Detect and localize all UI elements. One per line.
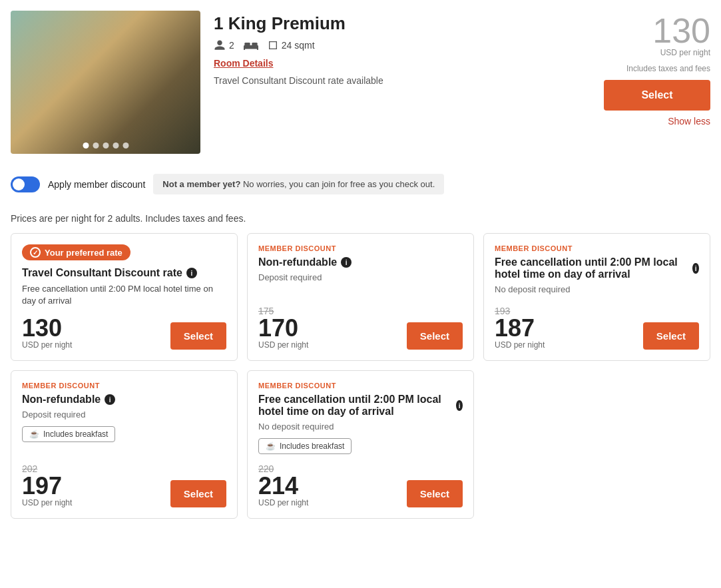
rate-title-2: Free cancellation until 2:00 PM local ho… <box>495 256 699 280</box>
notice-bold: Not a member yet? <box>162 179 240 189</box>
room-size: 24 sqmt <box>282 40 315 51</box>
preferred-label: Your preferred rate <box>45 248 122 258</box>
rate-card-0: ✓ Your preferred rate Travel Consultant … <box>11 233 238 361</box>
bed-amenity <box>244 41 258 50</box>
price-row-4: 220 214 USD per night Select <box>258 458 463 507</box>
price-row-2: 193 187 USD per night Select <box>495 300 699 350</box>
rate-card-3: MEMBER DISCOUNT Non-refundable i Deposit… <box>11 370 238 519</box>
dot-2[interactable] <box>93 143 99 148</box>
rate-title-1: Non-refundable i <box>258 256 463 268</box>
price-info-4: 220 214 USD per night <box>258 463 308 507</box>
member-discount-label-3: MEMBER DISCOUNT <box>22 382 226 390</box>
room-price-sidebar: 130 USD per night Includes taxes and fee… <box>604 11 710 154</box>
select-button-2[interactable]: Select <box>643 322 699 350</box>
select-button-1[interactable]: Select <box>407 322 463 350</box>
select-button-3[interactable]: Select <box>170 480 226 507</box>
breakfast-label-4: Includes breakfast <box>280 441 344 451</box>
price-row-3: 202 197 USD per night Select <box>22 458 226 507</box>
member-discount-label-4: MEMBER DISCOUNT <box>258 382 463 390</box>
deposit-3: Deposit required <box>22 410 226 420</box>
rate-card-1: MEMBER DISCOUNT Non-refundable i Deposit… <box>247 233 474 361</box>
svg-rect-1 <box>244 43 250 47</box>
breakfast-label-3: Includes breakfast <box>43 430 108 439</box>
breakfast-badge-3: ☕ Includes breakfast <box>22 426 115 442</box>
info-icon-2[interactable]: i <box>692 263 699 274</box>
current-price-2: 187 <box>495 316 545 340</box>
check-icon: ✓ <box>30 247 41 258</box>
dot-1[interactable] <box>83 143 89 148</box>
member-discount-label-2: MEMBER DISCOUNT <box>495 244 699 252</box>
room-image <box>11 11 200 154</box>
select-button-0[interactable]: Select <box>170 322 226 350</box>
cancellation-0: Free cancellation until 2:00 PM local ho… <box>22 283 226 307</box>
room-details-link[interactable]: Room Details <box>214 58 273 69</box>
guests-amenity: 2 <box>214 39 234 51</box>
size-amenity: 24 sqmt <box>268 40 315 51</box>
deposit-4: No deposit required <box>258 422 463 432</box>
info-icon-3[interactable]: i <box>105 394 115 405</box>
rate-grid-row1: ✓ Your preferred rate Travel Consultant … <box>11 233 710 361</box>
room-amenities: 2 24 sqmt <box>214 39 591 51</box>
room-header: 1 King Premium 2 24 sqmt Room Details Tr… <box>11 11 710 154</box>
price-row-0: 130 USD per night Select <box>22 311 226 350</box>
bed-icon <box>244 41 258 50</box>
image-dots <box>83 143 128 148</box>
coffee-icon-3: ☕ <box>29 430 39 439</box>
dot-3[interactable] <box>103 143 109 148</box>
breakfast-badge-4: ☕ Includes breakfast <box>258 438 352 454</box>
room-image-container <box>11 11 200 154</box>
per-night-3: USD per night <box>22 498 72 507</box>
rate-title-0: Travel Consultant Discount rate i <box>22 267 226 279</box>
per-night-2: USD per night <box>495 340 545 350</box>
current-price-0: 130 <box>22 316 72 340</box>
price-row-1: 175 170 USD per night Select <box>258 300 463 350</box>
current-price-3: 197 <box>22 474 72 498</box>
discount-text: Travel Consultant Discount rate availabl… <box>214 75 591 86</box>
rate-card-4: MEMBER DISCOUNT Free cancellation until … <box>247 370 474 519</box>
guests-count: 2 <box>229 40 234 51</box>
svg-rect-4 <box>257 48 258 50</box>
current-price-4: 214 <box>258 474 308 498</box>
coffee-icon-4: ☕ <box>266 441 276 451</box>
per-night-0: USD per night <box>22 340 72 350</box>
dot-4[interactable] <box>113 143 119 148</box>
room-info: 1 King Premium 2 24 sqmt Room Details Tr… <box>214 11 591 154</box>
toggle-label: Apply member discount <box>48 179 145 190</box>
select-button-4[interactable]: Select <box>407 480 463 507</box>
toggle-slider[interactable] <box>11 176 40 192</box>
member-discount-toggle[interactable] <box>11 176 40 192</box>
price-info-0: 130 USD per night <box>22 316 72 350</box>
svg-rect-3 <box>244 48 245 50</box>
rate-grid-row2: MEMBER DISCOUNT Non-refundable i Deposit… <box>11 370 710 519</box>
current-price-1: 170 <box>258 316 308 340</box>
notice-text: No worries, you can join for free as you… <box>240 179 435 189</box>
price-info-2: 193 187 USD per night <box>495 306 545 350</box>
rate-title-4: Free cancellation until 2:00 PM local ho… <box>258 394 463 418</box>
svg-rect-2 <box>252 43 257 47</box>
person-icon <box>214 39 226 51</box>
deposit-1: Deposit required <box>258 272 463 282</box>
header-price: 130 <box>604 13 710 48</box>
member-discount-label-1: MEMBER DISCOUNT <box>258 244 463 252</box>
preferred-badge: ✓ Your preferred rate <box>22 244 130 260</box>
price-info-1: 175 170 USD per night <box>258 306 308 350</box>
per-night-1: USD per night <box>258 340 308 350</box>
info-icon-1[interactable]: i <box>341 257 352 268</box>
includes-taxes-header: Includes taxes and fees <box>604 64 710 73</box>
rate-card-2: MEMBER DISCOUNT Free cancellation until … <box>483 233 710 361</box>
size-icon <box>268 40 278 51</box>
toggle-row: Apply member discount Not a member yet? … <box>11 167 710 201</box>
per-night-4: USD per night <box>258 498 308 507</box>
pricing-note: Prices are per night for 2 adults. Inclu… <box>11 213 710 224</box>
member-notice: Not a member yet? No worries, you can jo… <box>153 174 444 194</box>
dot-5[interactable] <box>122 143 128 148</box>
select-button-top[interactable]: Select <box>604 80 710 111</box>
info-icon-4[interactable]: i <box>456 400 463 411</box>
rate-title-3: Non-refundable i <box>22 394 226 406</box>
room-title: 1 King Premium <box>214 13 591 34</box>
price-info-3: 202 197 USD per night <box>22 463 72 507</box>
deposit-2: No deposit required <box>495 284 699 294</box>
rate-card-empty <box>483 370 710 519</box>
info-icon-0[interactable]: i <box>186 268 197 278</box>
show-less-link[interactable]: Show less <box>604 116 710 127</box>
